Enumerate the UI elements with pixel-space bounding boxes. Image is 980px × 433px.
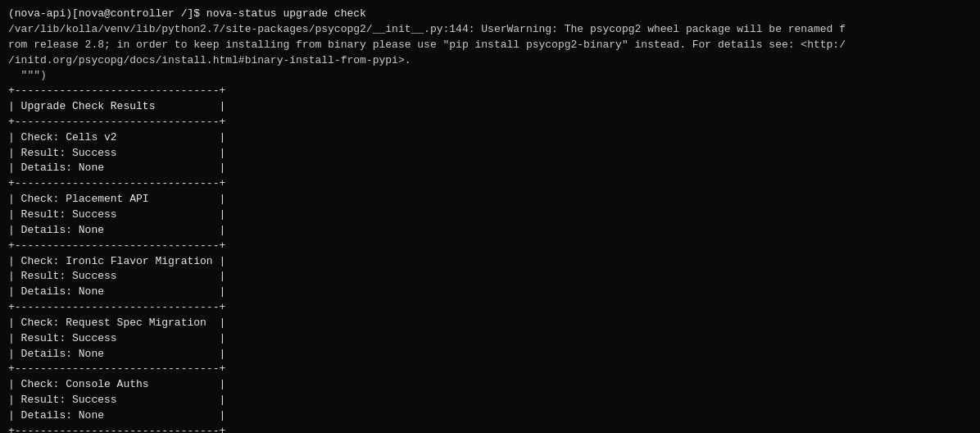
terminal-line: | Result: Success | xyxy=(8,146,972,162)
terminal-line: | Check: Console Auths | xyxy=(8,377,972,393)
terminal-line: | Check: Request Spec Migration | xyxy=(8,316,972,331)
terminal-line: | Result: Success | xyxy=(8,331,972,347)
terminal-line: rom release 2.8; in order to keep instal… xyxy=(8,38,972,53)
terminal-line: | Result: Success | xyxy=(8,393,972,408)
terminal-line: | Details: None | xyxy=(8,223,972,239)
terminal-line: (nova-api)[nova@controller /]$ nova-stat… xyxy=(8,7,972,22)
terminal-line: +--------------------------------+ xyxy=(8,115,972,130)
terminal-line: | Details: None | xyxy=(8,408,972,424)
terminal-line: +--------------------------------+ xyxy=(8,300,972,316)
terminal-line: | Upgrade Check Results | xyxy=(8,99,972,115)
terminal-line: | Check: Cells v2 | xyxy=(8,130,972,146)
terminal-line: +--------------------------------+ xyxy=(8,362,972,377)
terminal-line: /var/lib/kolla/venv/lib/python2.7/site-p… xyxy=(8,22,972,38)
terminal-line: """) xyxy=(8,68,972,84)
terminal-content: (nova-api)[nova@controller /]$ nova-stat… xyxy=(8,7,972,433)
terminal-line: +--------------------------------+ xyxy=(8,176,972,192)
terminal-line: | Details: None | xyxy=(8,161,972,176)
terminal-line: | Result: Success | xyxy=(8,207,972,223)
terminal-line: | Details: None | xyxy=(8,285,972,300)
terminal-line: +--------------------------------+ xyxy=(8,424,972,433)
terminal-line: | Result: Success | xyxy=(8,269,972,285)
terminal-line: +--------------------------------+ xyxy=(8,239,972,254)
terminal-line: | Check: Placement API | xyxy=(8,192,972,207)
terminal-line: +--------------------------------+ xyxy=(8,84,972,99)
terminal-window[interactable]: (nova-api)[nova@controller /]$ nova-stat… xyxy=(0,0,980,433)
terminal-line: | Details: None | xyxy=(8,347,972,362)
terminal-line: | Check: Ironic Flavor Migration | xyxy=(8,254,972,270)
terminal-line: /initd.org/psycopg/docs/install.html#bin… xyxy=(8,53,972,69)
